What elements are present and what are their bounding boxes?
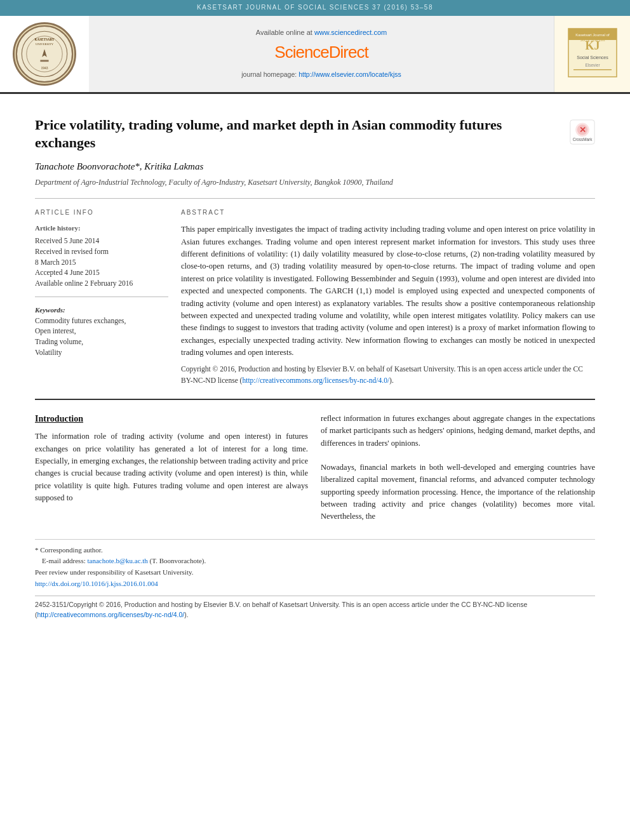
copyright-text: Copyright © 2016, Production and hosting… [181, 364, 595, 386]
accepted: Accepted 4 June 2015 [35, 267, 168, 278]
svg-rect-7 [40, 60, 48, 62]
footnote-peer-review: Peer review under responsibility of Kase… [35, 568, 193, 576]
intro-left-column: Introduction The information role of tra… [35, 413, 308, 523]
received-2-date: 8 March 2015 [35, 257, 168, 268]
license-link[interactable]: http://creativecommons.org/licenses/by-n… [242, 377, 389, 384]
bottom-license-link[interactable]: http://creativecommons.org/licenses/by-n… [37, 611, 185, 618]
journal-title-bar: Kasetsart Journal of Social Sciences 37 … [197, 4, 433, 11]
article-title: Price volatility, trading volume, and ma… [35, 116, 595, 152]
affiliation: Department of Agro-Industrial Technology… [35, 177, 595, 188]
keyword-2: Open interest, [35, 326, 168, 337]
intro-left-text: The information role of trading activity… [35, 430, 308, 504]
svg-text:UNIVERSITY: UNIVERSITY [36, 42, 54, 45]
main-divider [35, 399, 595, 400]
article-history-block: Article history: Received 5 June 2014 Re… [35, 223, 168, 288]
university-logo-container: KASETSART UNIVERSITY 1943 [0, 16, 89, 92]
divider-1 [35, 198, 595, 199]
sciencedirect-logo: ScienceDirect [274, 41, 368, 65]
svg-text:CrossMark: CrossMark [573, 137, 593, 141]
svg-rect-16 [573, 69, 612, 70]
history-label: Article history: [35, 223, 168, 234]
intro-right-text: reflect information in futures exchanges… [321, 413, 595, 450]
keyword-3: Trading volume, [35, 337, 168, 347]
svg-text:Kasetsart Journal of: Kasetsart Journal of [575, 33, 610, 37]
footnote-email-link[interactable]: tanachote.b@ku.ac.th [87, 557, 147, 564]
journal-header-center: Available online at www.sciencedirect.co… [89, 16, 554, 92]
svg-text:Social Sciences: Social Sciences [577, 55, 608, 60]
article-info-label: ARTICLE INFO [35, 208, 168, 218]
crossmark-container: ✕ CrossMark [570, 119, 595, 149]
intro-title: Introduction [35, 413, 308, 425]
title-section: ✕ CrossMark Price volatility, trading vo… [35, 116, 595, 152]
journal-badge: Kasetsart Journal of Social Sciences KJ … [567, 27, 618, 81]
badge-svg: Kasetsart Journal of Social Sciences KJ … [567, 27, 618, 78]
keyword-4: Volatility [35, 347, 168, 358]
journal-header-bar: Kasetsart Journal of Social Sciences 37 … [0, 0, 630, 16]
footnote-section: * Corresponding author. E-mail address: … [35, 539, 595, 589]
main-content: ✕ CrossMark Price volatility, trading vo… [0, 94, 630, 633]
footnotes: * Corresponding author. E-mail address: … [35, 545, 595, 589]
svg-text:1943: 1943 [41, 66, 48, 70]
svg-text:KJ: KJ [585, 39, 600, 52]
university-logo: KASETSART UNIVERSITY 1943 [13, 22, 76, 86]
article-info-abstract: ARTICLE INFO Article history: Received 5… [35, 208, 595, 386]
available-online-date: Available online 2 February 2016 [35, 278, 168, 289]
footnote-email-label: E-mail address: [42, 557, 87, 564]
bottom-copyright-bar: 2452-3151/Copyright © 2016, Production a… [35, 596, 595, 620]
abstract-column: ABSTRACT This paper empirically investig… [181, 208, 595, 386]
authors: Tanachote Boonvorachote*, Kritika Lakmas [35, 160, 595, 174]
journal-url-link[interactable]: http://www.elsevier.com/locate/kjss [298, 70, 401, 78]
footnote-star: * Corresponding author. [35, 546, 103, 554]
footnote-doi-link[interactable]: http://dx.doi.org/10.1016/j.kjss.2016.01… [35, 580, 158, 587]
abstract-text: This paper empirically investigates the … [181, 223, 595, 359]
svg-text:KASETSART: KASETSART [34, 37, 55, 41]
keywords-label: Keywords: [35, 306, 65, 314]
crossmark-icon: ✕ CrossMark [570, 119, 595, 145]
introduction-section: Introduction The information role of tra… [35, 413, 595, 523]
footnote-email-name: (T. Boonvorachote). [148, 557, 206, 564]
divider-info [35, 297, 168, 297]
journal-homepage-text: journal homepage: http://www.elsevier.co… [241, 70, 401, 79]
intro-right-column: reflect information in futures exchanges… [321, 413, 595, 523]
received-1: Received 5 June 2014 [35, 236, 168, 246]
journal-badge-container: Kasetsart Journal of Social Sciences KJ … [554, 16, 630, 92]
article-info-column: ARTICLE INFO Article history: Received 5… [35, 208, 168, 386]
keyword-1: Commodity futures exchanges, [35, 316, 168, 326]
abstract-label: ABSTRACT [181, 208, 595, 218]
available-online-text: Available online at www.sciencedirect.co… [256, 28, 387, 38]
sd-url-link[interactable]: www.sciencedirect.com [314, 29, 387, 36]
keywords-block: Keywords: Commodity futures exchanges, O… [35, 305, 168, 358]
logo-svg: KASETSART UNIVERSITY 1943 [15, 22, 74, 86]
intro-right-text-2: Nowadays, financial markets in both well… [321, 462, 595, 523]
received-2: Received in revised form [35, 246, 168, 257]
svg-text:Elsevier: Elsevier [585, 63, 600, 67]
svg-text:✕: ✕ [579, 124, 586, 134]
journal-header: KASETSART UNIVERSITY 1943 Available onli… [0, 16, 630, 94]
